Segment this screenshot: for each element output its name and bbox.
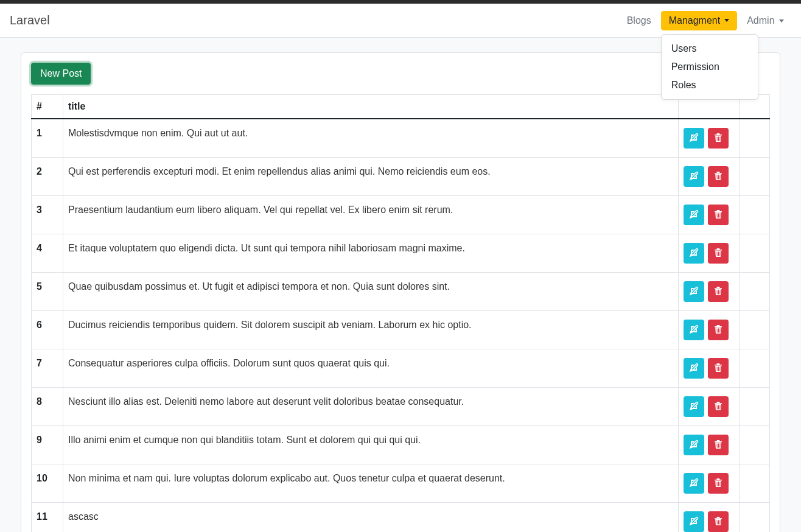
dropdown-item-users[interactable]: Users <box>662 40 758 58</box>
row-index: 11 <box>32 503 63 533</box>
dropdown-item-roles[interactable]: Roles <box>662 76 758 94</box>
nav-dropdown-admin[interactable]: Admin <box>740 10 791 30</box>
trash-icon <box>713 439 723 451</box>
table-row: 9 Illo animi enim et cumque non qui blan… <box>32 426 770 464</box>
row-title: Nesciunt illo alias est. Deleniti nemo l… <box>63 388 679 426</box>
row-title: Molestisdvmque non enim. Qui aut ut aut. <box>63 119 679 158</box>
caret-down-icon <box>724 19 729 22</box>
row-actions <box>679 234 740 273</box>
row-spacer <box>740 119 770 158</box>
brand-link[interactable]: Laravel <box>10 13 50 27</box>
row-index: 9 <box>32 426 63 464</box>
row-spacer <box>740 464 770 503</box>
row-actions <box>679 503 740 533</box>
col-header-index: # <box>32 95 63 119</box>
delete-button[interactable] <box>708 205 729 225</box>
table-row: 6 Ducimus reiciendis temporibus quidem. … <box>32 311 770 349</box>
delete-button[interactable] <box>708 511 729 532</box>
edit-icon <box>689 248 699 259</box>
row-index: 7 <box>32 349 63 388</box>
delete-button[interactable] <box>708 435 729 455</box>
nav-dropdown-admin-label: Admin <box>747 15 774 26</box>
caret-down-icon <box>779 19 784 23</box>
trash-icon <box>713 133 723 144</box>
edit-button[interactable] <box>684 166 704 187</box>
row-spacer <box>740 349 770 388</box>
row-title: Qui est perferendis excepturi modi. Et e… <box>63 158 679 196</box>
delete-button[interactable] <box>708 320 729 340</box>
delete-button[interactable] <box>708 396 729 417</box>
row-spacer <box>740 234 770 273</box>
edit-button[interactable] <box>684 358 704 379</box>
edit-icon <box>689 363 699 374</box>
table-row: 11 ascasc <box>32 503 770 533</box>
row-title: Consequatur asperiores culpa officiis. D… <box>63 349 679 388</box>
trash-icon <box>713 516 723 528</box>
edit-button[interactable] <box>684 396 704 417</box>
edit-button[interactable] <box>684 511 704 532</box>
row-index: 3 <box>32 196 63 234</box>
new-post-button[interactable]: New Post <box>31 63 91 85</box>
edit-button[interactable] <box>684 435 704 455</box>
row-title: Quae quibusdam possimus et. Ut fugit et … <box>63 273 679 311</box>
edit-icon <box>689 209 699 221</box>
row-spacer <box>740 273 770 311</box>
edit-icon <box>689 324 699 336</box>
row-actions <box>679 273 740 311</box>
row-actions <box>679 311 740 349</box>
nav-link-blogs[interactable]: Blogs <box>620 10 659 30</box>
trash-icon <box>713 286 723 298</box>
row-actions <box>679 158 740 196</box>
navbar: Laravel Blogs Managment Users Permission… <box>0 4 801 38</box>
edit-icon <box>689 286 699 298</box>
edit-icon <box>689 516 699 528</box>
trash-icon <box>713 209 723 221</box>
edit-icon <box>689 478 699 489</box>
row-spacer <box>740 311 770 349</box>
trash-icon <box>713 478 723 489</box>
delete-button[interactable] <box>708 281 729 302</box>
posts-table: # title 1 Molestisdvmque non enim. Qui a… <box>31 94 770 532</box>
row-title: Illo animi enim et cumque non qui blandi… <box>63 426 679 464</box>
edit-icon <box>689 439 699 451</box>
edit-button[interactable] <box>684 320 704 340</box>
nav-dropdown-management[interactable]: Managment <box>661 11 738 30</box>
table-row: 5 Quae quibusdam possimus et. Ut fugit e… <box>32 273 770 311</box>
row-index: 5 <box>32 273 63 311</box>
posts-card: New Post # title 1 Molestisdvmque non en… <box>21 52 780 532</box>
row-spacer <box>740 426 770 464</box>
delete-button[interactable] <box>708 243 729 264</box>
dropdown-item-permission[interactable]: Permission <box>662 58 758 76</box>
edit-icon <box>689 133 699 144</box>
row-title: Ducimus reiciendis temporibus quidem. Si… <box>63 311 679 349</box>
edit-button[interactable] <box>684 205 704 225</box>
edit-button[interactable] <box>684 243 704 264</box>
row-index: 1 <box>32 119 63 158</box>
row-spacer <box>740 196 770 234</box>
row-index: 4 <box>32 234 63 273</box>
delete-button[interactable] <box>708 166 729 187</box>
edit-button[interactable] <box>684 473 704 494</box>
row-actions <box>679 464 740 503</box>
trash-icon <box>713 324 723 336</box>
row-spacer <box>740 158 770 196</box>
delete-button[interactable] <box>708 473 729 494</box>
nav-menu: Blogs Managment Users Permission Roles A… <box>620 11 791 30</box>
col-header-title: title <box>63 95 679 119</box>
row-actions <box>679 119 740 158</box>
delete-button[interactable] <box>708 128 729 149</box>
edit-button[interactable] <box>684 128 704 149</box>
trash-icon <box>713 363 723 374</box>
row-index: 8 <box>32 388 63 426</box>
edit-button[interactable] <box>684 281 704 302</box>
edit-icon <box>689 171 699 183</box>
trash-icon <box>713 401 723 413</box>
row-index: 10 <box>32 464 63 503</box>
table-row: 1 Molestisdvmque non enim. Qui aut ut au… <box>32 119 770 158</box>
row-index: 2 <box>32 158 63 196</box>
row-actions <box>679 349 740 388</box>
row-title: Non minima et nam qui. Iure voluptas dol… <box>63 464 679 503</box>
row-index: 6 <box>32 311 63 349</box>
row-title: Et itaque voluptatem quo eligendi dicta.… <box>63 234 679 273</box>
delete-button[interactable] <box>708 358 729 379</box>
